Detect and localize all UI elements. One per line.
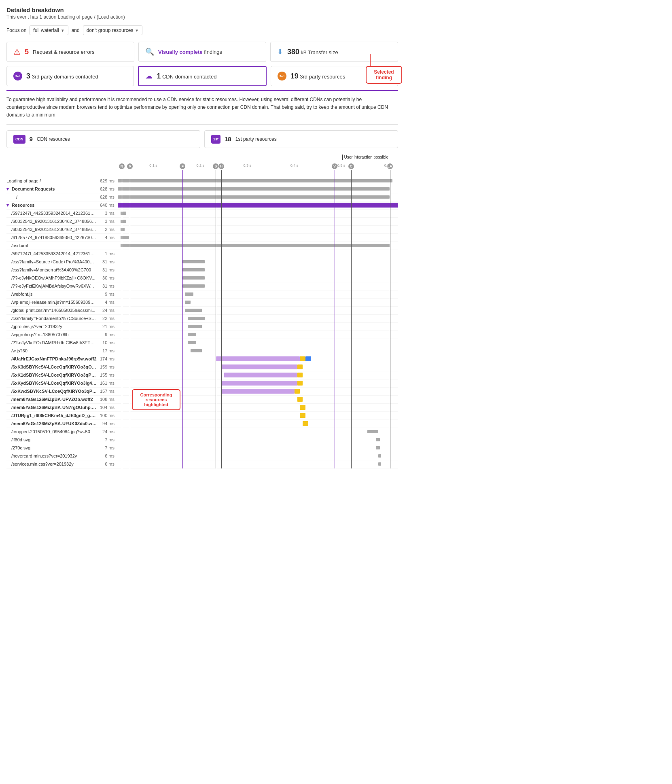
focus-group-select[interactable]: don't group resources ▼ xyxy=(83,25,143,35)
waterfall-row: /css?family=Montserrat%3A400%2C70031 ms xyxy=(6,266,398,274)
waterfall-row: /5971247l_442533593242014_421236112577..… xyxy=(6,210,398,218)
cdn-domain-text: 1 CDN domain contacted xyxy=(157,72,216,81)
row-label: /??-eJyVkcFOxDAMRH+IbIClBw6Ib3ETb+... xyxy=(11,340,99,345)
waterfall-row: /JTURjig1_i6t8kCHKm45_dJE3gnD_g.woff2100… xyxy=(6,412,398,420)
transfer-card[interactable]: ⬇ 380 kB Transfer size xyxy=(270,42,398,62)
row-time: 21 ms xyxy=(100,324,118,329)
row-time: 6 ms xyxy=(100,453,118,458)
row-time: 3 ms xyxy=(100,219,118,224)
waterfall-row: /mem8YaGs126MiZpBA-UFVZOb.woff2108 ms xyxy=(6,396,398,404)
info-box: To guarantee high availabilty and perfor… xyxy=(6,90,398,125)
vis-complete-text: Visually complete findings xyxy=(158,49,222,55)
row-time: 1 ms xyxy=(100,251,118,256)
row-bar-area xyxy=(118,177,398,185)
bar xyxy=(188,325,202,328)
bar xyxy=(121,228,125,231)
waterfall-row: /w.js?6017 ms xyxy=(6,347,398,355)
error-icon: ⚠ xyxy=(13,47,21,57)
row-bar-area xyxy=(118,258,398,266)
info-text: To guarantee high availabilty and perfor… xyxy=(6,97,388,118)
row-time: 100 ms xyxy=(100,413,118,418)
waterfall-row: /global-print.css?m=146585t035h&cssmi...… xyxy=(6,307,398,315)
focus-waterfall-select[interactable]: full waterfall ▼ xyxy=(30,25,68,35)
row-time: 31 ms xyxy=(100,284,118,288)
row-time: 161 ms xyxy=(100,381,118,386)
cdn-resources-badge: CDN xyxy=(13,135,25,144)
row-label: /webfont.js xyxy=(11,292,33,297)
tick-02: 0.2 s xyxy=(196,163,204,167)
row-bar-area xyxy=(118,339,398,347)
row-bar-area xyxy=(118,185,398,193)
row-bar-area xyxy=(118,444,398,452)
row-label: /5971247l_442533593242014_421236112577..… xyxy=(11,251,100,256)
row-bar-area xyxy=(118,371,398,379)
caret-icon[interactable]: ▾ xyxy=(6,203,10,208)
bar xyxy=(221,364,297,369)
row-label: Loading of page / xyxy=(6,178,41,183)
bar xyxy=(121,236,129,239)
waterfall-row: ▾ Document Requests628 ms xyxy=(6,185,398,193)
row-label: Document Requests xyxy=(12,186,55,191)
chevron-down-icon: ▼ xyxy=(61,28,65,33)
3rd-domains-num: 3 xyxy=(26,72,30,80)
visually-complete-card[interactable]: 🔍 Visually complete findings xyxy=(138,42,266,62)
row-label: /JTURjig1_i6t8kCHKm45_dJE3gnD_g.woff2 xyxy=(11,413,100,418)
row-label: /60332543_692013161230462_37488565301...… xyxy=(11,227,100,232)
row-time: 7 ms xyxy=(100,437,118,442)
row-bar-area xyxy=(118,266,398,274)
row-time: 4 ms xyxy=(100,235,118,240)
bar xyxy=(297,364,303,369)
cloud-icon: ☁ xyxy=(145,72,153,81)
cdn-resources-card[interactable]: CDN 9 CDN resources xyxy=(6,130,200,148)
row-label: /61255774_674188056369350_4226730496.... xyxy=(11,235,100,240)
3rd-resources-num: 19 xyxy=(290,72,299,80)
row-bar-area xyxy=(118,347,398,355)
row-label: /cropped-20150510_0954084.jpg?w=50 xyxy=(11,429,90,434)
row-time: 24 ms xyxy=(100,308,118,313)
row-bar-area xyxy=(118,436,398,444)
error-count: 5 xyxy=(25,48,29,56)
waterfall-row: /6xKydSBYKcSV-LCoeQqfXlRYOo3ig4vwl....16… xyxy=(6,379,398,388)
bar xyxy=(378,462,381,466)
row-time: 174 ms xyxy=(100,356,118,361)
row-label: /mem6YaGs126MiZpBA-UFUK0Zdc0.woff2 xyxy=(11,421,100,426)
waterfall-row: /60332543_692013161230462_37488565301...… xyxy=(6,226,398,234)
waterfall-row: /osd.xml xyxy=(6,242,398,250)
3rd-party-domains-text: 3 3rd party domains contacted xyxy=(26,72,98,81)
row-bar-area xyxy=(118,315,398,322)
waterfall-row: /mem5YaGs126MiZpBA-UN7rgOUuhp.wo...104 m… xyxy=(6,404,398,412)
bar xyxy=(118,179,392,182)
row-label: / xyxy=(16,195,17,199)
waterfall-row: /6xK1dSBYKcSV-LCoeQqfXlRYOo3qPZ7ns...155… xyxy=(6,371,398,379)
1st-party-resources-card[interactable]: 1st 18 1st party resources xyxy=(204,130,398,148)
row-time: 31 ms xyxy=(100,259,118,264)
bar xyxy=(305,356,311,361)
row-time: 7 ms xyxy=(100,445,118,450)
error-label: Request & resource errors xyxy=(33,49,94,55)
row-bar-area xyxy=(118,363,398,371)
caret-icon[interactable]: ▾ xyxy=(6,186,10,191)
tick-row: 0.1 s 0.2 s 0.3 s 0.4 s 0.5 s 0.6 s xyxy=(122,163,398,169)
3rd-party-domains-card[interactable]: 3rd 3 3rd party domains contacted xyxy=(6,66,134,86)
waterfall-option: full waterfall xyxy=(33,28,59,33)
cards-row-1: ⚠ 5 Request & resource errors 🔍 Visually… xyxy=(6,42,398,62)
row-label: /w.js?60 xyxy=(11,348,28,353)
tick-01: 0.1 s xyxy=(149,163,157,167)
waterfall-row: /6xK3dSBYKcSV-LCoeQqfXlRYOo3qOK7l....159… xyxy=(6,363,398,371)
row-time: 155 ms xyxy=(100,373,118,377)
row-time: 108 ms xyxy=(100,397,118,402)
row-bar-area xyxy=(118,299,398,306)
row-bar-area xyxy=(118,420,398,428)
bar xyxy=(182,284,204,288)
bar xyxy=(185,292,193,296)
waterfall-row: /628 ms xyxy=(6,193,398,201)
row-label: /wp-emoji-release.min.js?m=1556893897...… xyxy=(11,300,98,305)
vis-complete-icon: 🔍 xyxy=(145,47,154,56)
1st-resources-badge: 1st xyxy=(211,135,220,144)
error-card[interactable]: ⚠ 5 Request & resource errors xyxy=(6,42,134,62)
cdn-domain-card[interactable]: ☁ 1 CDN domain contacted xyxy=(138,66,266,86)
row-label: /css?family=Fondamento:%7CSource+Sa... xyxy=(11,316,98,321)
row-label: Resources xyxy=(12,203,34,208)
tick-04: 0.4 s xyxy=(290,163,299,167)
row-bar-area xyxy=(118,193,398,201)
